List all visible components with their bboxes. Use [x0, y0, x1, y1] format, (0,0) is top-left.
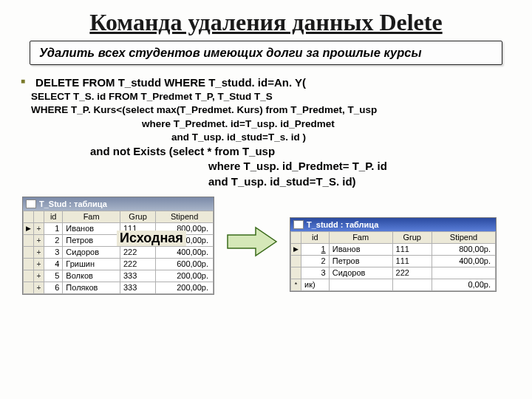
window-titlebar: T_studd : таблица: [290, 218, 496, 231]
expand-col-header: [34, 211, 44, 222]
col-grup: Grup: [120, 211, 155, 222]
arrow-icon: [226, 226, 278, 257]
sql-line: and T_usp. id_stud=T_S. id): [31, 174, 507, 189]
window-title-text: T_Stud : таблица: [39, 200, 211, 208]
table-row[interactable]: *ик)0,00р.: [291, 279, 496, 290]
col-fam: Fam: [63, 211, 120, 222]
col-id: id: [301, 231, 330, 243]
col-fam: Fam: [329, 231, 392, 243]
table-row[interactable]: +4Гришин222600,00р.: [24, 258, 214, 270]
corner-cell: [24, 211, 34, 222]
result-datagrid: id Fam Grup Stipend ▶1Иванов111800,00р. …: [290, 231, 496, 291]
col-id: id: [44, 211, 63, 222]
sql-line: SELECT T_S. id FROM T_Predmet T_P, T_Stu…: [31, 90, 507, 103]
table-row[interactable]: 2Петров111400,00р.: [291, 255, 496, 267]
source-datagrid: id Fam Grup Stipend ▶+1Иванов111800,00р.…: [23, 211, 214, 294]
col-grup: Grup: [392, 231, 432, 243]
table-row[interactable]: +5Волков333200,00р.: [24, 270, 214, 282]
col-stipend: Stipend: [432, 231, 495, 243]
window-title-text: T_studd : таблица: [307, 220, 493, 229]
table-row[interactable]: +6Поляков333200,00р.: [24, 282, 214, 293]
datasheet-icon: [293, 220, 304, 229]
sql-line: DELETE FROM T_studd WHERE T_studd. id=An…: [31, 75, 507, 90]
slide-title: Команда удаления данных Delete: [22, 9, 510, 36]
result-table-window: T_studd : таблица id Fam Grup Stipend ▶1…: [290, 217, 497, 292]
sql-line: and T_usp. id_stud=T_s. id ): [31, 131, 507, 144]
source-table-label: Исходная: [117, 231, 186, 246]
table-row[interactable]: +3Сидоров222400,00р.: [24, 246, 214, 258]
sql-line: WHERE T_P. Kurs<(select max(T_Predmet. K…: [31, 103, 507, 117]
header-row: id Fam Grup Stipend: [24, 211, 214, 222]
svg-marker-0: [228, 228, 276, 256]
header-row: id Fam Grup Stipend: [291, 231, 496, 243]
task-box: Удалить всех студентов имеющих долги за …: [30, 41, 502, 65]
corner-cell: [291, 231, 301, 243]
table-row[interactable]: ▶1Иванов111800,00р.: [291, 243, 496, 255]
sql-block: DELETE FROM T_studd WHERE T_studd. id=An…: [31, 75, 507, 189]
sql-line: where T_usp. id_Predmet= T_P. id: [31, 159, 507, 174]
task-text: Удалить всех студентов имеющих долги за …: [39, 46, 422, 59]
table-row[interactable]: 3Сидоров222: [291, 267, 496, 279]
datasheet-icon: [26, 200, 36, 208]
window-titlebar: T_Stud : таблица: [23, 197, 214, 211]
sql-line: where T_Predmet. id=T_usp. id_Predmet: [31, 117, 507, 131]
sql-line: and not Exists (select * from T_usp: [31, 144, 507, 159]
col-stipend: Stipend: [156, 211, 214, 222]
